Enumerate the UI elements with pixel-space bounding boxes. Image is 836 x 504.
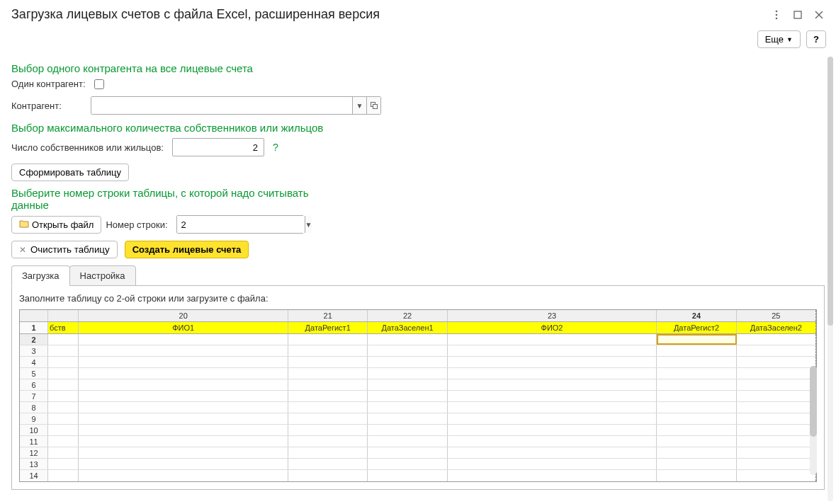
cell[interactable] [48, 345, 79, 356]
cell[interactable] [737, 357, 816, 367]
cell[interactable] [368, 425, 447, 435]
tab-settings[interactable]: Настройка [69, 265, 136, 286]
cell[interactable] [368, 436, 447, 447]
form-table-button[interactable]: Сформировать таблицу [11, 164, 129, 181]
cell[interactable] [657, 413, 736, 424]
counterparty-input[interactable] [91, 97, 352, 114]
cell[interactable] [368, 459, 447, 469]
cell[interactable] [48, 334, 79, 345]
cell[interactable] [448, 413, 657, 424]
menu-dots-icon[interactable] [771, 9, 782, 21]
col-header-active[interactable]: 24 [657, 310, 736, 321]
cell[interactable] [368, 379, 447, 390]
cell[interactable] [288, 447, 368, 458]
col-header[interactable]: 20 [79, 310, 288, 321]
cell[interactable] [79, 436, 288, 447]
cell[interactable] [657, 402, 736, 413]
cell[interactable] [657, 391, 736, 401]
col-header[interactable] [48, 310, 79, 321]
cell[interactable] [79, 379, 288, 390]
row-number[interactable]: 11 [20, 436, 48, 447]
col-header[interactable]: 22 [368, 310, 447, 321]
cell[interactable] [448, 357, 657, 367]
cell[interactable] [737, 345, 816, 356]
row-number[interactable]: 13 [20, 459, 48, 469]
cell[interactable] [368, 470, 447, 481]
cell[interactable] [368, 345, 447, 356]
cell[interactable] [448, 368, 657, 379]
cell[interactable] [737, 391, 816, 401]
help-icon[interactable]: ? [273, 142, 278, 153]
cell[interactable] [48, 425, 79, 435]
cell[interactable] [79, 447, 288, 458]
row-number[interactable]: 12 [20, 447, 48, 458]
cell[interactable] [737, 379, 816, 390]
row-number[interactable]: 6 [20, 379, 48, 390]
cell[interactable] [737, 425, 816, 435]
cell[interactable] [737, 447, 816, 458]
cell[interactable] [48, 447, 79, 458]
cell[interactable] [657, 357, 736, 367]
cell[interactable] [368, 368, 447, 379]
cell[interactable] [657, 436, 736, 447]
active-cell[interactable] [657, 334, 736, 345]
row-number[interactable]: 9 [20, 413, 48, 424]
cell[interactable] [288, 368, 368, 379]
dropdown-icon[interactable]: ▼ [352, 97, 366, 114]
owners-count-input[interactable] [172, 138, 264, 156]
cell[interactable] [48, 402, 79, 413]
cell[interactable] [288, 425, 368, 435]
cell[interactable] [48, 459, 79, 469]
cell[interactable] [288, 470, 368, 481]
cell[interactable] [48, 391, 79, 401]
row-number[interactable]: 10 [20, 425, 48, 435]
cell[interactable] [448, 436, 657, 447]
cell[interactable] [737, 470, 816, 481]
cell[interactable] [737, 368, 816, 379]
expand-icon[interactable] [366, 97, 380, 114]
help-button[interactable]: ? [806, 30, 826, 48]
cell[interactable] [79, 391, 288, 401]
single-counterparty-checkbox[interactable] [94, 79, 104, 89]
maximize-icon[interactable] [792, 9, 803, 21]
cell[interactable] [448, 379, 657, 390]
cell[interactable] [657, 447, 736, 458]
cell[interactable] [48, 379, 79, 390]
cell[interactable] [368, 413, 447, 424]
cell[interactable] [657, 470, 736, 481]
page-scroll-thumb[interactable] [827, 57, 833, 326]
row-number[interactable]: 7 [20, 391, 48, 401]
cell[interactable] [48, 368, 79, 379]
cell[interactable] [288, 413, 368, 424]
cell[interactable] [448, 447, 657, 458]
cell[interactable] [657, 425, 736, 435]
cell[interactable] [288, 334, 368, 345]
row-number[interactable]: 14 [20, 470, 48, 481]
create-accounts-button[interactable]: Создать лицевые счета [125, 241, 249, 258]
cell[interactable] [368, 447, 447, 458]
cell[interactable] [368, 402, 447, 413]
cell[interactable] [79, 425, 288, 435]
row-number[interactable]: 8 [20, 402, 48, 413]
cell[interactable] [288, 345, 368, 356]
cell[interactable] [288, 357, 368, 367]
cell[interactable] [368, 391, 447, 401]
dropdown-icon[interactable]: ▼ [305, 216, 312, 233]
cell[interactable] [657, 345, 736, 356]
clear-table-button[interactable]: ✕ Очистить таблицу [11, 241, 118, 258]
cell[interactable] [288, 436, 368, 447]
cell[interactable] [79, 459, 288, 469]
row-number[interactable]: 3 [20, 345, 48, 356]
cell[interactable] [737, 459, 816, 469]
cell[interactable] [79, 470, 288, 481]
cell[interactable] [288, 402, 368, 413]
cell[interactable] [79, 402, 288, 413]
cell[interactable] [368, 334, 447, 345]
tab-load[interactable]: Загрузка [11, 265, 70, 286]
close-icon[interactable] [813, 9, 825, 21]
cell[interactable] [657, 459, 736, 469]
rownum-input[interactable] [177, 216, 305, 233]
cell[interactable] [448, 334, 657, 345]
row-number[interactable]: 2 [20, 334, 48, 345]
cell[interactable] [79, 345, 288, 356]
